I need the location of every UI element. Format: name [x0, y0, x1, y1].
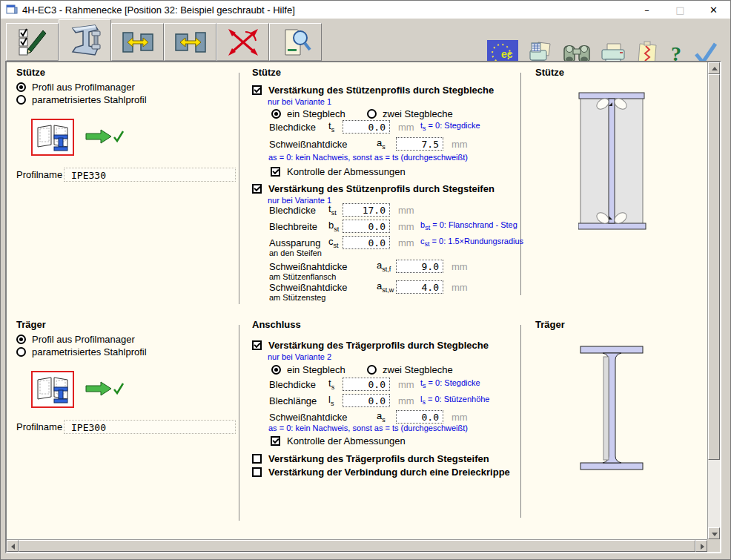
separator-top-right: [520, 73, 521, 295]
tab-preview[interactable]: [269, 23, 322, 61]
checkbox[interactable]: [271, 167, 280, 177]
steifen-blechdicke-input[interactable]: 17.0: [343, 203, 390, 217]
radio-parametrisiert[interactable]: parametrisiertes Stahlprofil: [16, 346, 147, 358]
separator-top-left: [239, 73, 239, 304]
field-label: Blechdicke: [269, 379, 328, 390]
schweissnaht-input[interactable]: 7.5: [396, 137, 443, 151]
scroll-up-button[interactable]: [708, 62, 720, 74]
maximize-button[interactable]: □: [664, 1, 697, 19]
scroll-down-button[interactable]: [708, 527, 720, 539]
radio-zwei-stegbleche[interactable]: zwei Stegbleche: [367, 364, 453, 375]
checkbox[interactable]: [252, 454, 262, 464]
radio-button[interactable]: [271, 109, 281, 119]
traeger-stegbleche-checkbox-row[interactable]: Verstärkung des Trägerprofils durch Steg…: [252, 340, 489, 351]
profilname-input[interactable]: IPE300: [64, 420, 236, 434]
steifen-blechbreite-input[interactable]: 0.0: [343, 220, 390, 233]
symbol: ast,f: [377, 260, 396, 273]
kontrolle-checkbox-row[interactable]: Kontrolle der Abmessungen: [271, 166, 406, 177]
variante-note: nur bei Variante 2: [268, 352, 331, 361]
schweissnaht-row: Schweißnahtdicke as 0.0 mm: [269, 409, 469, 424]
radio-button[interactable]: [16, 335, 26, 344]
green-arrow-check-icon: [85, 380, 126, 398]
tab-loads[interactable]: [216, 23, 269, 61]
stuetze-figure-heading: Stütze: [535, 67, 706, 78]
steifen-aussparung-input[interactable]: 0.0: [343, 236, 390, 249]
checkbox-label: Verstärkung des Trägerprofils durch Steg…: [268, 453, 489, 464]
stegsteifen-checkbox-row[interactable]: Verstärkung des Stützenprofils durch Ste…: [252, 183, 494, 194]
profilname-input[interactable]: IPE330: [64, 168, 236, 182]
naht-steg-input[interactable]: 4.0: [396, 280, 443, 294]
schweissnaht-input[interactable]: 0.0: [396, 410, 443, 424]
unit-label: mm: [398, 237, 416, 248]
horizontal-scrollbar[interactable]: [7, 539, 707, 552]
svg-text:ec: ec: [501, 48, 513, 60]
vertical-scrollbar[interactable]: [707, 62, 720, 539]
minimize-button[interactable]: –: [630, 1, 664, 19]
checkbox[interactable]: [252, 467, 262, 477]
symbol: bst: [328, 220, 343, 233]
unit-label: mm: [398, 379, 416, 390]
checkbox-label: Kontrolle der Abmessungen: [287, 435, 406, 447]
radio-label: parametrisiertes Stahlprofil: [32, 346, 147, 358]
anschluss-heading: Anschluss: [252, 319, 520, 330]
apply-profile-indicator: [85, 380, 126, 400]
traeger-profile-box: Träger Profil aus Profilmanager parametr…: [16, 319, 239, 445]
radio-button[interactable]: [16, 82, 26, 92]
traeger-box-heading: Träger: [16, 319, 239, 330]
naht-flansch-input[interactable]: 9.0: [396, 260, 443, 273]
form-canvas: Stütze Profil aus Profilmanager parametr…: [7, 62, 707, 539]
checkbox[interactable]: [271, 436, 280, 446]
radio-parametrisiert[interactable]: parametrisiertes Stahlprofil: [16, 94, 147, 105]
radio-button[interactable]: [271, 365, 281, 375]
radio-button[interactable]: [16, 347, 26, 357]
application-window: { "window": { "title": "4H-EC3 - Rahmene…: [0, 0, 731, 560]
field-label: Aussparung: [269, 237, 328, 248]
radio-profilmanager[interactable]: Profil aus Profilmanager: [16, 82, 135, 93]
traeger-figure-heading: Träger: [535, 319, 706, 330]
separator-bottom-right: [520, 325, 521, 518]
radio-ein-stegblech[interactable]: ein Stegblech: [271, 108, 345, 119]
stegbleche-checkbox-row[interactable]: Verstärkung des Stützenprofils durch Ste…: [252, 85, 494, 96]
scroll-right-button[interactable]: [695, 540, 707, 552]
checkbox-label: Kontrolle der Abmessungen: [287, 166, 406, 177]
blechlaenge-input[interactable]: 0.0: [343, 394, 390, 407]
kontrolle-checkbox-row[interactable]: Kontrolle der Abmessungen: [271, 435, 406, 447]
profilmanager-button[interactable]: [31, 371, 74, 408]
tab-profiles[interactable]: [59, 19, 111, 61]
radio-zwei-stegbleche[interactable]: zwei Stegbleche: [367, 108, 453, 119]
unit-label: mm: [398, 122, 416, 133]
radio-label: zwei Stegbleche: [383, 364, 453, 375]
unit-label: mm: [398, 395, 416, 406]
unit-label: mm: [452, 139, 469, 150]
radio-button[interactable]: [367, 109, 377, 119]
unit-label: mm: [452, 261, 469, 272]
radio-ein-stegblech[interactable]: ein Stegblech: [271, 364, 345, 375]
radio-label: zwei Stegbleche: [383, 108, 453, 119]
tab-input-check[interactable]: [6, 23, 59, 61]
plates-arrow-right-icon: [173, 28, 208, 56]
tab-joint-right[interactable]: [164, 23, 216, 61]
scroll-left-button[interactable]: [7, 540, 19, 552]
close-button[interactable]: ✕: [697, 1, 730, 19]
radio-label: ein Stegblech: [287, 108, 345, 119]
radio-profilmanager[interactable]: Profil aus Profilmanager: [16, 334, 135, 345]
checkbox[interactable]: [252, 85, 262, 95]
profilname-label: Profilname: [16, 421, 64, 432]
blechdicke-input[interactable]: 0.0: [343, 378, 390, 391]
plates-arrow-left-icon: [121, 28, 155, 56]
traeger-stegsteifen-checkbox-row[interactable]: Verstärkung des Trägerprofils durch Steg…: [252, 453, 489, 464]
checkbox[interactable]: [252, 340, 262, 350]
radio-button[interactable]: [16, 95, 26, 105]
blechdicke-input[interactable]: 0.0: [343, 120, 390, 134]
checklist-pen-icon: [16, 27, 49, 57]
radio-button[interactable]: [367, 365, 377, 375]
horizontal-scroll-thumb[interactable]: [19, 540, 695, 552]
vertical-scroll-thumb[interactable]: [708, 74, 720, 460]
dreieckrippe-checkbox-row[interactable]: Verstärkung der Verbindung durch eine Dr…: [252, 467, 510, 478]
profilmanager-button[interactable]: [31, 119, 74, 156]
tab-joint-left[interactable]: [111, 23, 164, 61]
checkbox[interactable]: [252, 184, 262, 194]
separator-horizontal: [16, 309, 701, 309]
scrollbar-corner: [707, 539, 720, 552]
blechdicke-row: Blechdicke ts 0.0 mm ts = 0: Stegdicke: [269, 119, 480, 134]
